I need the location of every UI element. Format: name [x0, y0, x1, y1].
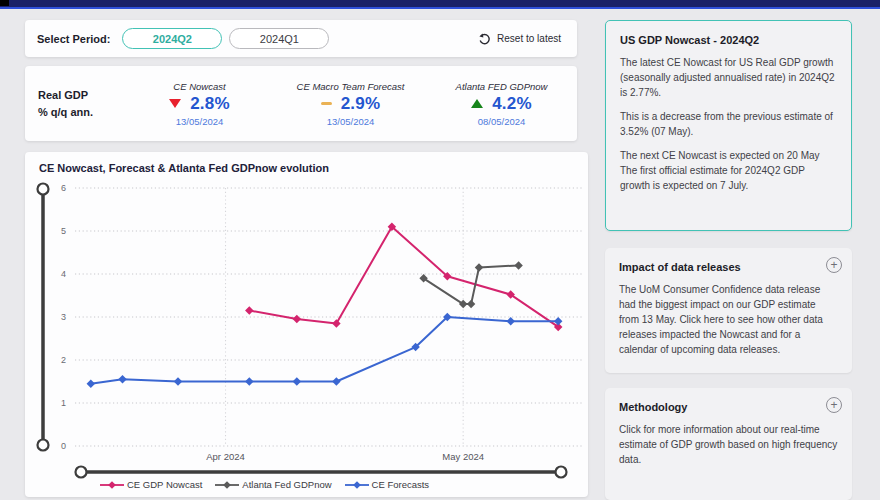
- nowcast-summary-paragraph: The latest CE Nowcast for US Real GDP gr…: [620, 55, 837, 100]
- data-point-marker[interactable]: [118, 375, 126, 383]
- period-button-2024q2[interactable]: 2024Q2: [122, 28, 222, 49]
- y-axis-tick-label: 5: [61, 226, 66, 236]
- chart-card: CE Nowcast, Forecast & Atlanta Fed GDPno…: [25, 152, 588, 497]
- series-line: [249, 227, 558, 327]
- metric-value: 2.9%: [341, 94, 381, 114]
- impact-of-data-releases-panel: Impact of data releases + The UoM Consum…: [605, 248, 852, 373]
- metric-ce-macro-forecast: CE Macro Team Forecast 2.9% 13/05/2024: [275, 66, 426, 141]
- metric-date: 13/05/2024: [327, 116, 375, 127]
- y-axis-tick-label: 1: [61, 398, 66, 408]
- metric-date: 13/05/2024: [176, 116, 224, 127]
- legend-line-diamond-icon: [215, 480, 239, 490]
- nowcast-summary-paragraph: The next CE Nowcast is expected on 20 Ma…: [620, 148, 837, 193]
- methodology-panel-title: Methodology: [619, 401, 838, 413]
- gdp-evolution-chart: 0123456Apr 2024May 2024: [25, 152, 588, 497]
- expand-plus-icon[interactable]: +: [826, 397, 842, 413]
- metric-ce-nowcast: CE Nowcast 2.8% 13/05/2024: [124, 66, 275, 141]
- trend-indicator-icon: [321, 102, 332, 105]
- expand-plus-icon[interactable]: +: [826, 257, 842, 273]
- period-button-2024q1[interactable]: 2024Q1: [229, 28, 329, 49]
- nowcast-summary-title: US GDP Nowcast - 2024Q2: [620, 34, 837, 46]
- period-selector-card: Select Period: 2024Q2 2024Q1 Reset to la…: [25, 20, 577, 57]
- metric-name: CE Macro Team Forecast: [297, 81, 405, 92]
- y-axis-tick-label: 0: [61, 441, 66, 451]
- legend-line-diamond-icon: [100, 480, 124, 490]
- y-axis-tick-label: 3: [61, 312, 66, 322]
- y-axis-range-slider[interactable]: [38, 184, 49, 451]
- x-axis-range-slider[interactable]: [76, 467, 567, 478]
- data-point-marker[interactable]: [293, 377, 301, 385]
- y-axis-tick-label: 2: [61, 355, 66, 365]
- impact-panel-body[interactable]: The UoM Consumer Confidence data release…: [619, 282, 838, 357]
- slider-handle-left[interactable]: [76, 467, 87, 478]
- methodology-panel-body[interactable]: Click for more information about our rea…: [619, 422, 838, 467]
- data-point-marker[interactable]: [293, 315, 301, 323]
- metrics-row-label-line1: Real GDP: [38, 87, 124, 104]
- nowcast-summary-paragraph: This is a decrease from the previous est…: [620, 109, 837, 139]
- select-period-label: Select Period:: [37, 33, 110, 45]
- slider-handle-top[interactable]: [38, 184, 49, 195]
- gdp-metrics-card: Real GDP % q/q ann. CE Nowcast 2.8% 13/0…: [25, 66, 577, 141]
- data-point-marker[interactable]: [506, 317, 514, 325]
- trend-indicator-icon: [169, 99, 181, 108]
- data-point-marker[interactable]: [332, 377, 340, 385]
- data-point-marker[interactable]: [245, 306, 253, 314]
- methodology-panel: Methodology + Click for more information…: [605, 388, 852, 500]
- reset-undo-icon: [478, 33, 491, 45]
- series-line: [91, 317, 558, 384]
- x-axis-tick-label: Apr 2024: [206, 451, 245, 462]
- slider-handle-bottom[interactable]: [38, 440, 49, 451]
- period-button-label: 2024Q2: [153, 33, 192, 45]
- legend-label: Atlanta Fed GDPnow: [242, 479, 331, 490]
- data-point-marker[interactable]: [174, 377, 182, 385]
- data-point-marker[interactable]: [245, 377, 253, 385]
- chart-legend: CE GDP Nowcast Atlanta Fed GDPnow CE For…: [100, 479, 429, 490]
- metric-atlanta-fed-gdpnow: Atlanta FED GDPnow 4.2% 08/05/2024: [426, 66, 577, 141]
- legend-item-ce-forecasts[interactable]: CE Forecasts: [345, 479, 430, 490]
- metrics-row-label: Real GDP % q/q ann.: [38, 66, 124, 141]
- y-axis-tick-label: 4: [61, 269, 66, 279]
- legend-item-atlanta-fed-gdpnow[interactable]: Atlanta Fed GDPnow: [215, 479, 331, 490]
- trend-indicator-icon: [471, 99, 483, 108]
- slider-handle-right[interactable]: [556, 467, 567, 478]
- metrics-row-label-line2: % q/q ann.: [38, 104, 124, 121]
- x-axis-tick-label: May 2024: [442, 451, 484, 462]
- metric-value: 4.2%: [492, 94, 532, 114]
- period-button-label: 2024Q1: [260, 33, 299, 45]
- data-point-marker[interactable]: [475, 263, 483, 271]
- legend-item-ce-gdp-nowcast[interactable]: CE GDP Nowcast: [100, 479, 202, 490]
- y-axis-tick-label: 6: [61, 183, 66, 193]
- legend-line-diamond-icon: [345, 480, 369, 490]
- metric-date: 08/05/2024: [478, 116, 526, 127]
- data-point-marker[interactable]: [332, 319, 340, 327]
- impact-panel-title: Impact of data releases: [619, 261, 838, 273]
- data-point-marker[interactable]: [467, 300, 475, 308]
- window-corner-mark: [0, 0, 9, 6]
- legend-label: CE GDP Nowcast: [127, 479, 202, 490]
- legend-label: CE Forecasts: [372, 479, 430, 490]
- nowcast-summary-panel: US GDP Nowcast - 2024Q2 The latest CE No…: [605, 20, 852, 231]
- reset-to-latest-button[interactable]: Reset to latest: [478, 33, 565, 45]
- metric-name: CE Nowcast: [173, 81, 225, 92]
- chart-title: CE Nowcast, Forecast & Atlanta Fed GDPno…: [39, 162, 329, 174]
- reset-to-latest-label: Reset to latest: [497, 33, 561, 44]
- metric-value: 2.8%: [190, 94, 230, 114]
- top-title-bar: [0, 0, 880, 9]
- data-point-marker[interactable]: [87, 379, 95, 387]
- data-point-marker[interactable]: [514, 261, 522, 269]
- metric-name: Atlanta FED GDPnow: [456, 81, 548, 92]
- series-line: [424, 265, 519, 304]
